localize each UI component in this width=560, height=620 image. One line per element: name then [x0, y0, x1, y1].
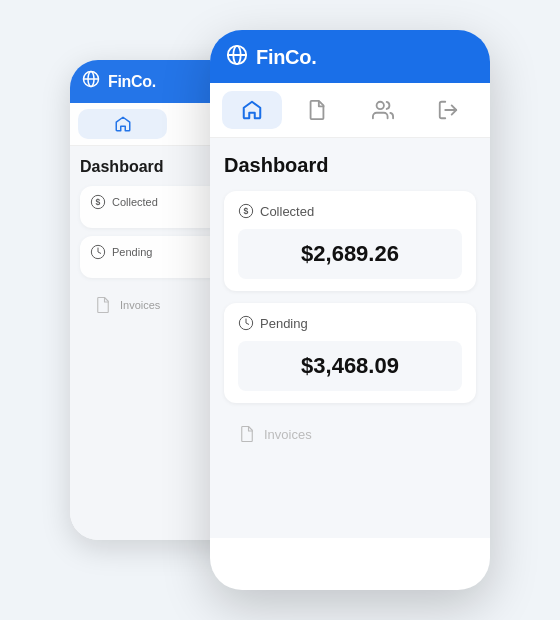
front-collected-value: $2,689.26 [238, 229, 462, 279]
front-nav-home[interactable] [222, 91, 282, 129]
front-pending-label: Pending [238, 315, 462, 331]
back-logo-icon [82, 70, 100, 93]
front-pending-card: Pending $3,468.09 [224, 303, 476, 403]
front-page-title: Dashboard [224, 154, 476, 177]
front-nav [210, 83, 490, 138]
back-invoices-label: Invoices [120, 299, 160, 311]
phone-front: FinCo. [210, 30, 490, 590]
front-pending-value: $3,468.09 [238, 341, 462, 391]
front-logo-icon [226, 44, 248, 71]
front-invoices-item: Invoices [224, 415, 476, 453]
front-header: FinCo. [210, 30, 490, 83]
front-collected-label: $ Collected [238, 203, 462, 219]
svg-text:$: $ [244, 206, 249, 216]
front-content: Dashboard $ Collected $2,689.26 [210, 138, 490, 538]
phones-container: FinCo. Dashboard [70, 30, 490, 590]
back-nav-home[interactable] [78, 109, 167, 139]
svg-text:$: $ [96, 197, 101, 207]
back-app-name: FinCo. [108, 73, 156, 91]
front-app-name: FinCo. [256, 46, 316, 69]
front-nav-documents[interactable] [288, 91, 348, 129]
front-invoices-label: Invoices [264, 427, 312, 442]
front-nav-logout[interactable] [419, 91, 479, 129]
front-collected-card: $ Collected $2,689.26 [224, 191, 476, 291]
svg-point-9 [376, 102, 383, 109]
front-nav-users[interactable] [353, 91, 413, 129]
